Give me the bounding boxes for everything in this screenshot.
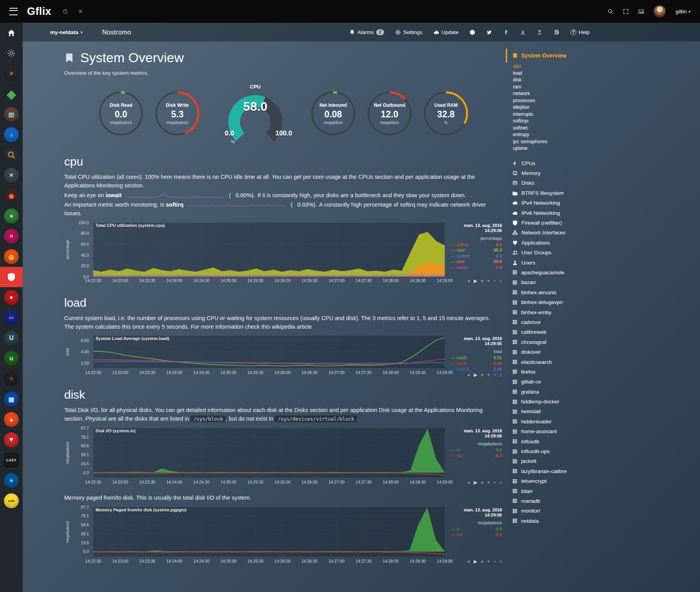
chart-plot-area[interactable]: Memory Paged from/to disk (system.pgpgio… xyxy=(93,507,445,557)
flood-shortcut[interactable]: ▦ xyxy=(0,389,23,409)
chart-plot-area[interactable]: Disk I/O (system.io) xyxy=(93,428,445,478)
user-menu[interactable]: gilbn ▾ xyxy=(675,9,691,14)
pan-forward-button[interactable]: » xyxy=(481,480,484,485)
nav-app-apacheguacamole[interactable]: apacheguacamole xyxy=(512,268,611,277)
nav-item-interrupts[interactable]: interrupts xyxy=(513,111,611,118)
resize-handle[interactable]: ↕ xyxy=(500,278,502,284)
server-dropdown[interactable]: my-netdata ▾ xyxy=(50,29,83,35)
duplicati-shortcut[interactable]: oo xyxy=(0,308,23,328)
nav-app-influxdb[interactable]: influxdb xyxy=(512,436,611,446)
help-button[interactable]: ? Help xyxy=(570,29,590,35)
nav-app-elasticsearch[interactable]: elasticsearch xyxy=(512,357,611,367)
screenshot-icon[interactable] xyxy=(638,9,644,14)
unifi-shortcut[interactable]: U xyxy=(0,328,23,348)
nav-app-home-assistant[interactable]: home-assistant xyxy=(512,426,611,436)
legend-item-out[interactable]: — out-5.2 xyxy=(451,532,502,538)
gitlab-shortcut[interactable]: ▲ xyxy=(0,409,23,430)
chart-plot-area[interactable]: System Load Average (system.load) xyxy=(93,336,445,369)
legend-item-user[interactable]: — user35.3 xyxy=(451,247,502,253)
avatar[interactable] xyxy=(653,5,666,18)
nav-app-monitorr[interactable]: monitorr xyxy=(512,506,611,516)
nav-app-binhex-emby[interactable]: binhex-emby xyxy=(512,307,611,317)
app-22-shortcut[interactable]: ● xyxy=(0,470,23,491)
print-icon[interactable] xyxy=(554,29,559,35)
app-7-shortcut[interactable]: × xyxy=(0,165,23,185)
airsonic-shortcut[interactable]: ♪ xyxy=(0,124,23,145)
ubooquity-shortcut[interactable]: ◎ xyxy=(0,247,23,267)
zoom-in-button[interactable]: + xyxy=(487,480,490,485)
nav-app-chronograf[interactable]: chronograf xyxy=(512,337,611,347)
used-ram-gauge[interactable]: Used RAM32.8% xyxy=(423,90,469,137)
nav-item-network[interactable]: network xyxy=(513,90,611,97)
nav-app-cadvisor[interactable]: cadvisor xyxy=(512,317,611,327)
zoom-in-button[interactable]: + xyxy=(487,278,490,284)
load-chart[interactable]: load6.004.002.00System Load Average (sys… xyxy=(64,336,503,376)
nav-section-btrfs-filesystem[interactable]: BTRFS filesystem xyxy=(512,188,611,198)
memory-paged-chart[interactable]: megabytes/s97.778.158.639.119.50.0Memory… xyxy=(64,507,503,565)
play-button[interactable]: ▶ xyxy=(474,278,477,284)
legend-item-system[interactable]: — system2.3 xyxy=(451,253,502,259)
play-button[interactable]: ▶ xyxy=(474,559,477,564)
nav-app-binhex-delugevpn[interactable]: binhex-delugevpn xyxy=(512,297,611,307)
menu-icon[interactable] xyxy=(9,8,18,15)
app-13-shortcut[interactable]: ● xyxy=(0,287,23,308)
nav-section-users[interactable]: Users xyxy=(512,257,611,267)
nav-section-ipv4-networking[interactable]: IPv4 Networking xyxy=(512,198,611,208)
update-button[interactable]: Update xyxy=(433,29,459,35)
nav-item-ram[interactable]: ram xyxy=(513,84,611,91)
nav-item-processes[interactable]: processes xyxy=(513,97,611,104)
nav-app-gitlab-ce[interactable]: gitlab-ce xyxy=(512,377,611,387)
zoom-out-button[interactable]: − xyxy=(493,480,496,485)
nav-app-mariadb[interactable]: mariadb xyxy=(512,496,611,506)
close-icon[interactable]: × xyxy=(78,7,83,16)
app-16-shortcut[interactable]: u xyxy=(0,348,23,369)
legend-item-load15[interactable]: — load152.06 xyxy=(451,366,502,372)
settings-shortcut[interactable] xyxy=(0,43,23,63)
disk-read-gauge[interactable]: Disk Read0.0megabytes/s xyxy=(98,90,144,137)
nav-app-firefox[interactable]: firefox xyxy=(512,367,611,377)
fullscreen-icon[interactable] xyxy=(623,9,629,14)
sabnzbd-shortcut[interactable]: sab xyxy=(0,491,23,511)
plex-shortcut[interactable]: > xyxy=(0,63,23,84)
nav-section-memory[interactable]: Memory xyxy=(512,168,611,178)
github-icon[interactable] xyxy=(469,29,475,35)
nav-item-ipc-semaphores[interactable]: ipc semaphores xyxy=(513,139,611,146)
zoom-out-button[interactable]: − xyxy=(493,278,496,284)
facebook-icon[interactable] xyxy=(503,29,509,35)
pan-backward-button[interactable]: « xyxy=(467,559,470,564)
twitter-icon[interactable] xyxy=(486,29,492,35)
nav-app-lazylibrarian-calibre[interactable]: lazylibrarian-calibre xyxy=(512,466,611,476)
download-icon[interactable] xyxy=(520,29,526,35)
nav-section-ipv6-networking[interactable]: IPv6 Networking xyxy=(512,208,611,218)
legend-item-out[interactable]: — out-5.3 xyxy=(451,453,502,459)
nav-app-hiddenloader[interactable]: hiddenloader xyxy=(512,417,611,426)
zoom-out-button[interactable]: − xyxy=(493,372,496,378)
nav-section-applications[interactable]: Applications xyxy=(512,238,611,248)
jackett-shortcut[interactable] xyxy=(0,145,23,165)
resize-handle[interactable]: ↕ xyxy=(500,480,502,485)
pan-forward-button[interactable]: » xyxy=(481,372,484,378)
nav-section-disks[interactable]: Disks xyxy=(512,178,611,188)
chart-plot-area[interactable]: Total CPU utilization (system.cpu) xyxy=(93,223,445,277)
app-9-shortcut[interactable]: ● xyxy=(0,206,23,226)
alarms-button[interactable]: Alarms 2 xyxy=(349,29,384,35)
nav-app-calibreweb[interactable]: calibreweb xyxy=(512,327,611,337)
nav-item-softirqs[interactable]: softirqs xyxy=(513,118,611,125)
calibre-web-shortcut[interactable]: ▤ xyxy=(0,104,23,124)
nav-app-grafana[interactable]: grafana xyxy=(512,387,611,396)
pan-forward-button[interactable]: » xyxy=(481,559,484,564)
nav-app-binhex-airsonic[interactable]: binhex-airsonic xyxy=(512,288,611,297)
resize-handle[interactable]: ↕ xyxy=(500,559,502,564)
play-button[interactable]: ▶ xyxy=(474,372,477,378)
legend-item-in[interactable]: — in0.0 xyxy=(451,526,502,532)
zoom-in-button[interactable]: + xyxy=(487,559,490,564)
legend-item-iowait[interactable]: — iowait0.0 xyxy=(451,265,502,270)
nav-section-cpus[interactable]: CPUs xyxy=(512,158,611,168)
nav-app-lidarr[interactable]: lidarr xyxy=(512,486,611,496)
app-20-shortcut[interactable]: ▼ xyxy=(0,430,23,450)
nav-app-bazarr[interactable]: bazarr xyxy=(512,277,611,287)
nav-item-load[interactable]: load xyxy=(513,70,611,77)
zoom-out-button[interactable]: − xyxy=(493,559,496,564)
upload-icon[interactable] xyxy=(537,29,543,35)
play-button[interactable]: ▶ xyxy=(474,480,477,485)
